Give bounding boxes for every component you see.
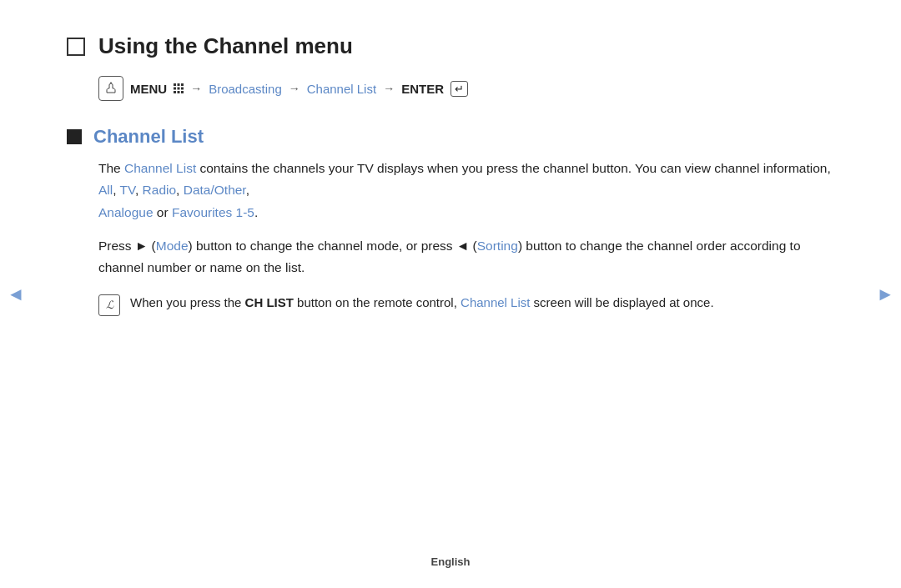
comma1: ,	[113, 183, 119, 197]
channel-list-note-link: Channel List	[461, 295, 530, 309]
note-mid: button on the remote control,	[294, 295, 461, 309]
body-paragraph-2: Press ► (Mode) button to change the chan…	[98, 235, 834, 279]
enter-icon: ↵	[450, 81, 468, 97]
all-link: All	[98, 183, 113, 197]
svg-rect-1	[174, 83, 176, 86]
comma3: ,	[176, 183, 184, 197]
page-container: ◄ ► Using the Channel menu MENU → Broadc…	[0, 0, 901, 588]
arrow-3: →	[383, 82, 395, 95]
dataother-link: Data/Other	[184, 183, 246, 197]
note-end: screen will be displayed at once.	[530, 295, 713, 309]
menu-grid-icon	[174, 83, 184, 93]
tv-link: TV	[120, 183, 135, 197]
checkbox-icon	[67, 38, 85, 56]
broadcasting-link: Broadcasting	[209, 82, 282, 96]
filled-square-icon	[67, 129, 82, 144]
svg-rect-9	[181, 91, 184, 93]
body1-mid: contains the channels your TV displays w…	[196, 161, 831, 175]
menu-path: MENU → Broadcasting → Channel List → ENT…	[98, 76, 834, 101]
svg-rect-2	[178, 83, 180, 86]
note-box: ℒ When you press the CH LIST button on t…	[98, 293, 834, 316]
svg-rect-8	[178, 91, 180, 93]
arrow-1: →	[190, 82, 202, 95]
sorting-link: Sorting	[477, 239, 518, 253]
body2-mid: ) button to change the channel mode, or …	[189, 239, 477, 253]
svg-rect-4	[174, 88, 176, 90]
enter-label: ENTER	[401, 82, 444, 96]
or-text: or	[154, 205, 172, 219]
body1-start: The	[98, 161, 124, 175]
content-area: The Channel List contains the channels y…	[98, 158, 834, 316]
svg-rect-3	[181, 83, 184, 86]
arrow-2: →	[289, 82, 300, 95]
page-title: Using the Channel menu	[98, 33, 353, 59]
nav-right-arrow[interactable]: ►	[876, 284, 894, 305]
period1: .	[254, 205, 258, 219]
comma2: ,	[135, 183, 143, 197]
note-icon: ℒ	[98, 294, 120, 316]
body-paragraph-1: The Channel List contains the channels y…	[98, 158, 834, 224]
channel-list-subsection: Channel List The Channel List contains t…	[67, 126, 834, 316]
main-section-header: Using the Channel menu	[67, 33, 834, 59]
menu-hand-icon	[98, 76, 123, 101]
svg-rect-7	[174, 91, 176, 93]
favourites-link: Favourites 1-5	[172, 205, 254, 219]
subsection-title: Channel List	[93, 126, 204, 148]
subsection-header: Channel List	[67, 126, 834, 148]
menu-label: MENU	[130, 82, 167, 96]
radio-link: Radio	[143, 183, 177, 197]
mode-link: Mode	[156, 239, 189, 253]
channel-list-link: Channel List	[307, 82, 376, 96]
footer: English	[431, 555, 471, 568]
analogue-link: Analogue	[98, 205, 154, 219]
note-start: When you press the	[130, 295, 245, 309]
nav-left-arrow[interactable]: ◄	[7, 284, 25, 305]
note-text: When you press the CH LIST button on the…	[130, 293, 714, 314]
footer-language: English	[431, 555, 471, 568]
svg-rect-6	[181, 88, 184, 90]
comma4: ,	[246, 183, 249, 197]
svg-rect-5	[178, 88, 180, 90]
body2-start: Press ► (	[98, 239, 156, 253]
svg-point-0	[110, 83, 112, 84]
channel-list-inline-link: Channel List	[124, 161, 196, 175]
chlist-bold: CH LIST	[245, 295, 294, 309]
